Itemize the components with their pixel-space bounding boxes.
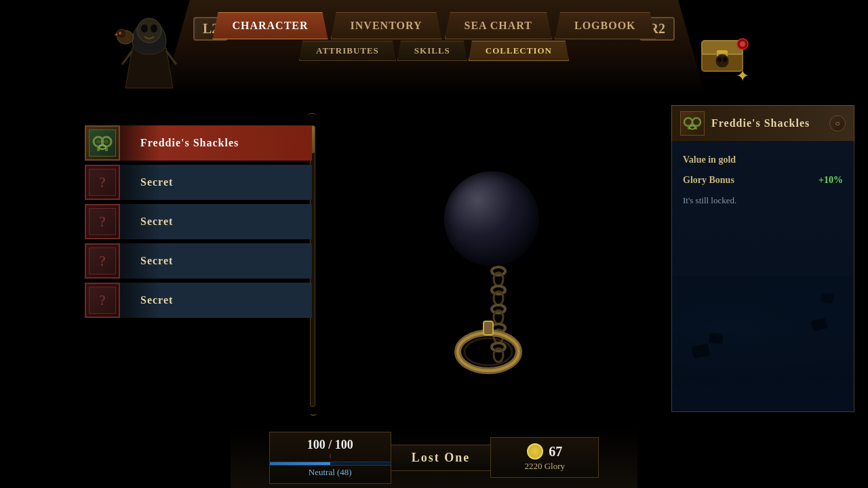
list-item[interactable]: ? Secret (129, 165, 312, 200)
damage-hole-2 (709, 333, 723, 344)
stat-glory-bonus: Glory Bonus +10% (683, 175, 843, 186)
svg-point-5 (117, 29, 126, 39)
scroll-top-decoration: ⌒ (307, 112, 317, 126)
item-icon-secret-4: ? (85, 283, 120, 318)
svg-point-44 (690, 126, 695, 129)
item-detail-header: Freddie's Shackles ○ (671, 105, 854, 141)
collection-list-panel: ⌒ F (0, 105, 326, 427)
item-icon-inner-secret: ? (89, 208, 116, 235)
item-label-secret-3: Secret (140, 255, 173, 267)
svg-point-28 (492, 286, 505, 294)
svg-point-14 (717, 58, 722, 62)
item-icon-inner-secret: ? (89, 287, 116, 314)
svg-point-15 (723, 58, 727, 62)
item-label-secret-4: Secret (140, 294, 173, 306)
hp-bar (330, 453, 331, 459)
item-icon-shackles (85, 125, 120, 161)
status-bar: 100 / 100 Neutral (48) Lost One 67 2220 … (0, 427, 868, 488)
damage-hole-1 (692, 344, 711, 359)
svg-point-3 (151, 24, 157, 33)
list-item[interactable]: ? Secret (129, 243, 312, 279)
list-item[interactable]: ? Secret (129, 283, 312, 318)
svg-rect-38 (484, 321, 493, 335)
alignment-label: Neutral (48) (309, 467, 352, 478)
stat-locked-note: It's still locked. (683, 195, 843, 206)
tab-logbook[interactable]: LOGBOOK (555, 12, 656, 39)
stat-value-gold: Value in gold (683, 155, 843, 165)
item-icon-secret-1: ? (85, 165, 120, 200)
scroll-bottom-decoration: ⌣ (310, 408, 317, 420)
list-item[interactable]: ? Secret (129, 204, 312, 239)
main-content: ⌒ F (0, 105, 868, 427)
item-detail-panel: Freddie's Shackles ○ Value in gold Glory… (671, 105, 854, 427)
glory-number: 67 (549, 444, 562, 460)
damage-hole-4 (821, 293, 834, 304)
svg-point-20 (96, 140, 100, 144)
shackle-ring (444, 311, 532, 382)
svg-point-2 (141, 24, 148, 33)
svg-point-17 (740, 41, 745, 47)
character-name-section: Lost One (391, 445, 491, 471)
center-display (326, 105, 671, 427)
subtab-collection[interactable]: COLLECTION (469, 41, 569, 61)
glory-section: 67 2220 Glory (490, 437, 599, 478)
subtab-attributes[interactable]: ATTRIBUTES (299, 41, 396, 61)
hp-section: 100 / 100 Neutral (48) (269, 432, 391, 484)
svg-point-13 (715, 54, 729, 68)
alignment-bar (269, 462, 391, 466)
alignment-bar-fill (270, 462, 330, 465)
item-icon-secret-3: ? (85, 243, 120, 279)
stat-value-gold-label: Value in gold (683, 155, 736, 165)
item-label-shackles: Freddie's Shackles (140, 137, 239, 149)
rocky-silhouette (672, 330, 854, 411)
nav-tabs: CHARACTER INVENTORY SEA CHART LOGBOOK (212, 12, 655, 39)
list-item[interactable]: Freddie's Shackles (129, 125, 312, 161)
sub-tabs: ATTRIBUTES SKILLS COLLECTION (299, 41, 569, 61)
svg-point-39 (465, 338, 512, 365)
svg-point-23 (104, 140, 108, 144)
stat-glory-bonus-label: Glory Bonus (683, 175, 734, 186)
item-label-secret-2: Secret (140, 216, 173, 228)
tab-inventory[interactable]: INVENTORY (331, 12, 442, 39)
item-detail-body: Value in gold Glory Bonus +10% It's stil… (671, 141, 854, 412)
item-detail-title: Freddie's Shackles (711, 117, 810, 129)
top-navigation: L2 CHARACTER INVENTORY SEA CHART LOGBOOK… (0, 0, 868, 102)
svg-text:✦: ✦ (736, 67, 749, 85)
stat-glory-bonus-value: +10% (818, 175, 843, 186)
shackle-ball (444, 171, 539, 266)
character-icon-left (112, 7, 186, 95)
tab-character[interactable]: CHARACTER (212, 12, 328, 39)
svg-point-26 (492, 267, 505, 275)
item-icon-inner-secret: ? (89, 247, 116, 274)
hp-display: 100 / 100 (307, 438, 353, 452)
item-label-secret-1: Secret (140, 176, 173, 188)
item-detail-close-btn[interactable]: ○ (829, 115, 846, 131)
glory-label: 2220 Glory (524, 461, 565, 472)
character-name: Lost One (412, 451, 471, 465)
svg-point-6 (119, 32, 121, 35)
item-icon-inner (89, 129, 116, 157)
character-icon-right: ✦ (682, 7, 756, 95)
item-detail-icon (680, 111, 705, 136)
item-icon-secret-2: ? (85, 204, 120, 239)
glory-icon (527, 443, 543, 460)
subtab-skills[interactable]: SKILLS (397, 41, 467, 61)
damage-hole-3 (810, 317, 827, 331)
item-icon-inner-secret: ? (89, 169, 116, 196)
glory-count: 67 (527, 443, 562, 460)
tab-sea-chart[interactable]: SEA CHART (445, 12, 552, 39)
item-3d-display (390, 131, 607, 402)
